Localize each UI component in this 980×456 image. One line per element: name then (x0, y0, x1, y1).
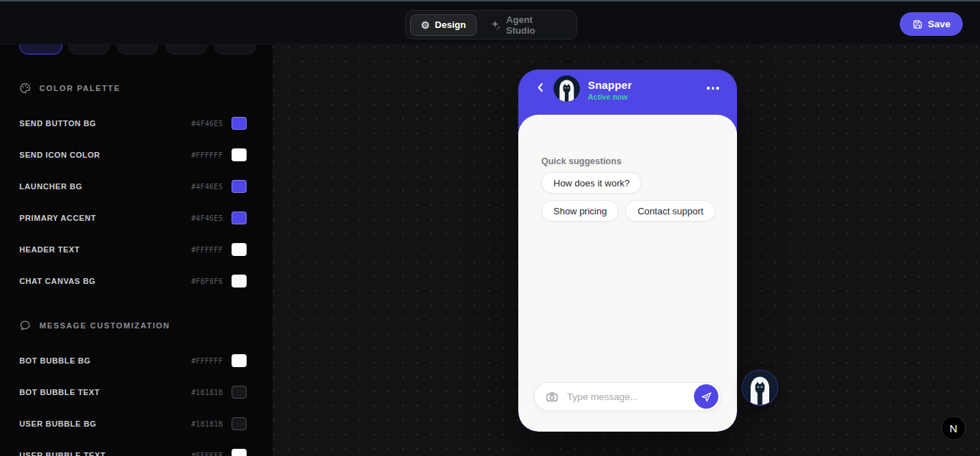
color-swatch[interactable] (232, 212, 247, 224)
chat-widget-preview: Quick suggestions How does it work? Show… (518, 70, 737, 432)
section-color-palette: COLOR PALETTE (19, 82, 120, 94)
color-row-user-bubble-text: USER BUBBLE TEXT #FFFFFF (19, 448, 256, 456)
chat-launcher[interactable] (743, 371, 777, 405)
app-window: COLOR PALETTE SEND BUTTON BG #4F46E5 SEN… (0, 0, 980, 456)
tab-label: Agent Studio (506, 14, 561, 36)
save-label: Save (928, 19, 951, 29)
save-button[interactable]: Save (900, 12, 963, 36)
quick-suggestions-label: Quick suggestions (541, 156, 622, 166)
color-row-send-button-bg: SEND BUTTON BG #4F46E5 (19, 116, 256, 130)
tab-agent-studio[interactable]: Agent Studio (480, 14, 572, 36)
badge-letter: N (950, 422, 958, 434)
color-swatch[interactable] (232, 275, 247, 288)
color-row-hex: #FFFFFF (191, 452, 223, 456)
color-row-label: USER BUBBLE BG (19, 419, 96, 428)
color-row-send-icon-color: SEND ICON COLOR #FFFFFF (19, 148, 256, 162)
snapper-mascot-avatar (553, 75, 580, 102)
color-row-label: USER BUBBLE TEXT (19, 451, 105, 456)
more-ellipsis-icon[interactable] (707, 83, 726, 93)
color-row-hex: #FFFFFF (191, 246, 223, 254)
color-row-chat-canvas-bg: CHAT CANVAS BG #F8F8F6 (19, 274, 256, 288)
sparkles-icon (490, 19, 501, 31)
color-swatch[interactable] (232, 148, 247, 161)
color-swatch[interactable] (232, 386, 247, 399)
color-row-label: SEND BUTTON BG (19, 119, 96, 128)
send-plane-icon (700, 391, 713, 403)
suggestion-chip[interactable]: How does it work? (541, 172, 642, 194)
color-row-hex: #FFFFFF (191, 151, 223, 159)
color-row-hex: #F8F8F6 (191, 277, 223, 285)
palette-icon (19, 82, 31, 94)
top-bar: ⚙ Design Agent Studio Save (0, 0, 980, 44)
color-row-label: SEND ICON COLOR (19, 151, 100, 159)
section-title: MESSAGE CUSTOMIZATION (39, 321, 170, 330)
color-row-launcher-bg: LAUNCHER BG #4F46E5 (19, 179, 256, 194)
color-row-label: HEADER TEXT (19, 245, 80, 254)
chat-bubble-icon (19, 320, 31, 331)
chat-canvas: Quick suggestions How does it work? Show… (518, 115, 737, 432)
color-row-bot-bubble-bg: BOT BUBBLE BG #FFFFFF (19, 353, 256, 368)
tab-label: Design (435, 19, 466, 30)
quick-suggestions: How does it work? Show pricing Contact s… (541, 172, 717, 222)
color-row-bot-bubble-text: BOT BUBBLE TEXT #18181B (19, 385, 256, 399)
snapper-mascot-avatar (743, 371, 777, 405)
nextjs-dev-badge[interactable]: N (941, 416, 966, 440)
tab-design[interactable]: ⚙ Design (410, 14, 477, 36)
bot-name: Snapper (588, 79, 632, 91)
color-row-primary-accent: PRIMARY ACCENT #4F46E5 (19, 211, 256, 225)
window-top-edge (0, 0, 980, 1)
suggestion-chip[interactable]: Show pricing (541, 200, 619, 222)
gear-icon: ⚙ (421, 20, 430, 30)
message-input-bar (534, 382, 721, 411)
settings-sidebar: COLOR PALETTE SEND BUTTON BG #4F46E5 SEN… (0, 0, 272, 456)
color-row-hex: #18181B (191, 389, 223, 396)
color-row-hex: #18181B (191, 420, 223, 428)
color-row-label: CHAT CANVAS BG (19, 277, 95, 285)
color-row-hex: #FFFFFF (191, 357, 223, 365)
message-input[interactable] (567, 391, 694, 402)
bot-status: Active now (588, 92, 627, 101)
floppy-disk-icon (912, 19, 923, 29)
color-swatch[interactable] (232, 354, 247, 367)
color-row-label: BOT BUBBLE BG (19, 356, 90, 365)
color-row-hex: #4F46E5 (191, 120, 223, 128)
color-swatch[interactable] (232, 117, 247, 130)
color-swatch[interactable] (232, 417, 247, 430)
color-swatch[interactable] (232, 449, 247, 456)
chat-header (518, 70, 737, 115)
color-row-label: PRIMARY ACCENT (19, 214, 96, 222)
camera-icon[interactable] (546, 390, 558, 404)
color-swatch[interactable] (232, 243, 247, 256)
color-row-label: BOT BUBBLE TEXT (19, 388, 100, 396)
section-message-customization: MESSAGE CUSTOMIZATION (19, 320, 170, 331)
suggestion-chip[interactable]: Contact support (625, 200, 715, 222)
color-row-user-bubble-bg: USER BUBBLE BG #18181B (19, 417, 256, 431)
mode-switcher: ⚙ Design Agent Studio (405, 10, 577, 39)
color-row-header-text: HEADER TEXT #FFFFFF (19, 242, 256, 257)
color-row-hex: #4F46E5 (191, 183, 223, 191)
send-button[interactable] (694, 384, 718, 409)
color-swatch[interactable] (232, 180, 247, 193)
back-chevron-icon[interactable] (533, 79, 548, 98)
section-title: COLOR PALETTE (39, 84, 120, 92)
color-row-hex: #4F46E5 (191, 214, 223, 222)
color-row-label: LAUNCHER BG (19, 182, 82, 191)
